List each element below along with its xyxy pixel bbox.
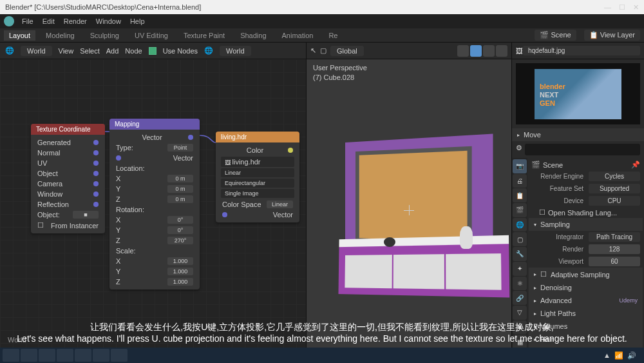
globe-icon[interactable]: 🌐: [5, 46, 14, 55]
tab-animation[interactable]: Animation: [277, 30, 319, 41]
orientation-dropdown[interactable]: Global: [330, 46, 364, 56]
image-icon[interactable]: 🖼: [516, 47, 523, 55]
maximize-button[interactable]: ☐: [619, 3, 625, 12]
taskbar-app[interactable]: [75, 349, 91, 362]
tab-world[interactable]: 🌐: [513, 218, 527, 232]
tab-object[interactable]: ▢: [513, 232, 527, 246]
socket-uv[interactable]: [93, 161, 99, 166]
menu-file[interactable]: File: [18, 16, 37, 26]
rot-y[interactable]: 0°: [167, 226, 193, 234]
node-header[interactable]: living.hdr: [216, 132, 299, 142]
image-selector[interactable]: 🖼 living.hdr: [221, 157, 294, 167]
loc-z[interactable]: 0 m: [167, 195, 193, 203]
colorspace-dropdown[interactable]: Linear: [267, 201, 293, 208]
minimize-button[interactable]: —: [604, 3, 611, 12]
use-nodes-checkbox[interactable]: [149, 47, 156, 55]
node-mapping[interactable]: Mapping Vector Type:Point Vector Locatio…: [109, 119, 200, 289]
integrator-dropdown[interactable]: Path Tracing: [589, 232, 640, 242]
shading-rendered[interactable]: [496, 45, 507, 57]
context-world[interactable]: World: [21, 46, 52, 56]
header-node[interactable]: Node: [125, 47, 142, 55]
pin-icon[interactable]: 📌: [631, 161, 640, 169]
header-select[interactable]: Select: [80, 47, 100, 55]
taskbar-app[interactable]: [21, 349, 37, 362]
wifi-icon[interactable]: 📶: [614, 351, 623, 360]
shading-wireframe[interactable]: [457, 45, 469, 57]
feature-dropdown[interactable]: Supported: [589, 184, 640, 193]
tab-physics[interactable]: ⚛: [513, 277, 527, 291]
header-add[interactable]: Add: [106, 47, 119, 55]
scale-x[interactable]: 1.000: [167, 257, 193, 265]
scene-selector[interactable]: 🎬 Scene: [535, 30, 576, 41]
scale-y[interactable]: 1.000: [167, 268, 193, 275]
tab-sculpting[interactable]: Sculpting: [85, 30, 124, 41]
tab-uv[interactable]: UV Editing: [129, 30, 173, 41]
image-name-field[interactable]: hqdefault.jpg: [523, 46, 640, 55]
tab-data[interactable]: ▽: [513, 306, 527, 320]
node-editor[interactable]: Texture Coordinate Generated Normal UV O…: [0, 59, 306, 349]
menu-edit[interactable]: Edit: [39, 16, 59, 26]
tab-render[interactable]: 📷: [513, 159, 527, 173]
tray-icon[interactable]: ▲: [603, 351, 611, 359]
tab-constraints[interactable]: 🔗: [513, 291, 527, 305]
tab-particles[interactable]: ✦: [513, 262, 527, 276]
start-button[interactable]: [3, 349, 19, 362]
tab-more[interactable]: Re: [323, 30, 343, 41]
socket-vector-out[interactable]: [188, 135, 193, 140]
taskbar-app[interactable]: [57, 349, 73, 362]
socket-object[interactable]: [93, 171, 99, 176]
panel-advanced[interactable]: AdvancedUdemy: [529, 294, 643, 307]
system-tray[interactable]: ▲ 📶 🔊: [603, 351, 641, 360]
node-environment-texture[interactable]: living.hdr Color 🖼 living.hdr Linear Equ…: [216, 132, 299, 222]
adaptive-checkbox[interactable]: ☐: [540, 270, 547, 279]
rot-x[interactable]: 0°: [167, 216, 193, 224]
render-samples[interactable]: 128: [589, 244, 640, 254]
image-preview[interactable]: blender NEXT GEN: [516, 63, 640, 124]
rot-z[interactable]: 270°: [167, 237, 193, 244]
scale-z[interactable]: 1.000: [167, 278, 193, 286]
viewport-samples[interactable]: 60: [589, 257, 640, 266]
cursor-icon[interactable]: ↖: [310, 46, 316, 55]
object-field[interactable]: ■: [73, 211, 99, 219]
device-dropdown[interactable]: CPU: [589, 196, 640, 206]
loc-y[interactable]: 0 m: [167, 185, 193, 193]
frames-dropdown[interactable]: Single Image: [221, 189, 294, 198]
viewlayer-selector[interactable]: 📋 View Layer: [584, 30, 640, 41]
menu-render[interactable]: Render: [60, 16, 91, 26]
globe-icon-2[interactable]: 🌐: [204, 46, 213, 55]
shading-solid[interactable]: [470, 45, 482, 57]
close-button[interactable]: ✕: [633, 3, 639, 12]
node-texture-coordinate[interactable]: Texture Coordinate Generated Normal UV O…: [31, 124, 105, 233]
taskbar-app[interactable]: [39, 349, 55, 362]
socket-vector-in[interactable]: [222, 212, 227, 217]
world-datablock[interactable]: World: [220, 46, 251, 56]
tab-scene[interactable]: 🎬: [513, 203, 527, 217]
tab-viewlayer[interactable]: 📋: [513, 188, 527, 202]
socket-vector-in[interactable]: [116, 155, 121, 161]
tab-modeling[interactable]: Modeling: [41, 30, 80, 41]
socket-normal[interactable]: [93, 150, 99, 155]
node-header[interactable]: Mapping: [109, 119, 200, 130]
type-dropdown[interactable]: Point: [167, 144, 193, 152]
projection-dropdown[interactable]: Equirectangular: [221, 179, 294, 188]
volume-icon[interactable]: 🔊: [627, 351, 636, 360]
search-input[interactable]: [525, 144, 640, 155]
select-icon[interactable]: ▢: [320, 46, 327, 55]
checkbox-instancer[interactable]: ☐: [37, 221, 44, 230]
panel-move[interactable]: Move: [512, 128, 644, 141]
node-header[interactable]: Texture Coordinate: [31, 124, 105, 135]
panel-adaptive[interactable]: ☐Adaptive Sampling: [529, 268, 643, 281]
interp-dropdown[interactable]: Linear: [221, 168, 294, 177]
taskbar-app[interactable]: [111, 349, 128, 362]
socket-generated[interactable]: [93, 140, 99, 145]
tab-shading[interactable]: Shading: [235, 30, 271, 41]
viewport-3d[interactable]: ↖ ▢ Global User Perspective (7) Cube.028: [306, 43, 512, 349]
panel-sampling[interactable]: Sampling: [529, 218, 643, 231]
tab-modifiers[interactable]: 🔧: [513, 247, 527, 261]
shading-material[interactable]: [483, 45, 495, 57]
osl-checkbox[interactable]: ☐: [539, 208, 545, 217]
viewport-scene[interactable]: [313, 78, 505, 342]
socket-color[interactable]: [288, 148, 293, 153]
header-view[interactable]: View: [59, 47, 74, 55]
tab-output[interactable]: 🖨: [513, 174, 527, 188]
